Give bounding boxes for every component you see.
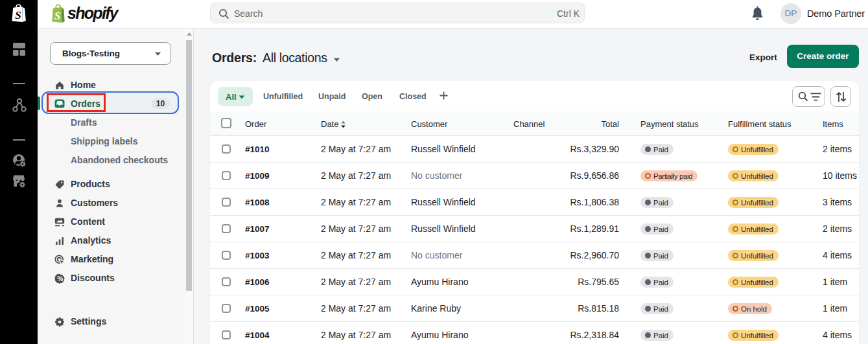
svg-text:%: % xyxy=(58,275,64,282)
svg-text:S: S xyxy=(54,10,60,22)
svg-text:S: S xyxy=(15,9,21,21)
